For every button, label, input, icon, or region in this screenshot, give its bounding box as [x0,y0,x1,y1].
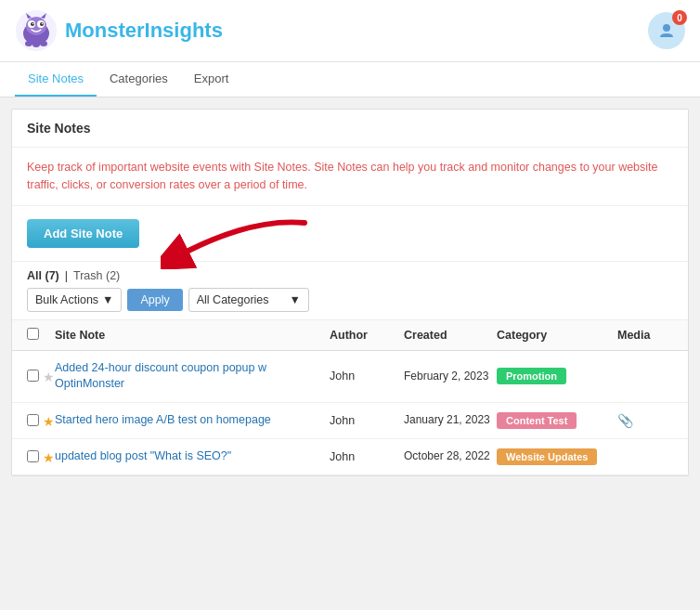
col-checkbox [27,328,55,343]
row3-note-cell: updated blog post "What is SEO?" [55,448,330,465]
row2-checkbox[interactable] [27,414,39,426]
row1-created: February 2, 2023 [404,369,497,384]
row1-category: Promotion [497,368,617,384]
filter-trash[interactable]: Trash (2) [73,269,120,282]
filter-row: Bulk Actions ▼ Apply All Categories ▼ [27,288,673,312]
description-text: Keep track of important website events w… [12,148,688,206]
logo-text-plain: Monster [65,19,145,42]
row1-category-badge: Promotion [497,368,566,384]
row2-note-cell: Started hero image A/B test on homepage [55,412,330,429]
section-title: Site Notes [12,110,688,148]
svg-point-14 [663,24,670,32]
table-header: Site Note Author Created Category Media [12,320,688,351]
row2-category: Content Test [497,412,617,429]
table-row: ★ Started hero image A/B test on homepag… [12,403,688,439]
arrow-annotation [161,214,309,269]
row1-checkbox[interactable] [27,370,39,382]
notification-badge: 0 [672,10,687,25]
logo-text-accent: Insights [145,19,223,42]
logo-text: MonsterInsights [65,19,223,43]
row2-media: 📎 [617,413,673,428]
row1-note-cell: Added 24-hour discount coupon popup w Op… [55,360,330,393]
header-right: 0 [648,12,685,49]
row3-created: October 28, 2022 [404,448,497,464]
tab-export[interactable]: Export [181,62,242,97]
tab-site-notes[interactable]: Site Notes [15,62,97,97]
row3-star-icon[interactable]: ★ [43,450,55,465]
row3-note-title[interactable]: updated blog post "What is SEO?" [55,448,330,465]
col-created: Created [404,329,497,342]
all-categories-select[interactable]: All Categories ▼ [188,288,309,312]
svg-point-7 [32,23,34,25]
col-media: Media [617,329,673,342]
row2-author: John [330,414,404,427]
notification-button[interactable]: 0 [648,12,685,49]
notification-icon [657,21,676,40]
col-site-note: Site Note [55,329,330,342]
table: Site Note Author Created Category Media … [12,320,688,475]
bulk-actions-select[interactable]: Bulk Actions ▼ [27,288,122,312]
row1-star-icon[interactable]: ★ [43,370,55,384]
logo-icon [15,9,58,52]
row2-checkbox-cell: ★ [27,412,55,429]
svg-point-11 [25,41,32,46]
filter-all[interactable]: All (7) [27,269,59,282]
logo-area: MonsterInsights [15,9,223,52]
add-note-area: Add Site Note [12,206,688,262]
content-area: Site Notes Keep track of important websi… [11,109,689,476]
row3-author: John [330,450,404,463]
table-row: ★ updated blog post "What is SEO?" John … [12,439,688,475]
header: MonsterInsights 0 [0,0,700,62]
filter-links: All (7) | Trash (2) [27,269,673,282]
svg-point-13 [40,41,47,46]
row2-created: January 21, 2023 [404,412,497,428]
col-author: Author [330,329,404,342]
row1-author: John [330,370,404,383]
table-row: ★ Added 24-hour discount coupon popup w … [12,351,688,403]
add-site-note-button[interactable]: Add Site Note [27,219,139,248]
tab-categories[interactable]: Categories [97,62,181,97]
svg-point-12 [32,42,40,47]
row2-star-icon[interactable]: ★ [43,414,55,429]
paperclip-icon: 📎 [617,413,633,428]
tabs-nav: Site Notes Categories Export [0,62,700,97]
select-all-checkbox[interactable] [27,328,39,340]
row3-checkbox[interactable] [27,450,39,462]
row1-checkbox-cell: ★ [27,368,55,384]
row3-checkbox-cell: ★ [27,448,55,465]
svg-point-8 [42,23,44,25]
col-category: Category [497,329,617,342]
row2-category-badge: Content Test [497,412,577,429]
row1-note-title[interactable]: Added 24-hour discount coupon popup w Op… [55,360,330,393]
filter-area: All (7) | Trash (2) Bulk Actions ▼ Apply… [12,262,688,320]
row3-category: Website Updates [497,448,617,465]
row3-category-badge: Website Updates [497,448,597,465]
row2-note-title[interactable]: Started hero image A/B test on homepage [55,412,330,429]
apply-button[interactable]: Apply [127,289,182,311]
